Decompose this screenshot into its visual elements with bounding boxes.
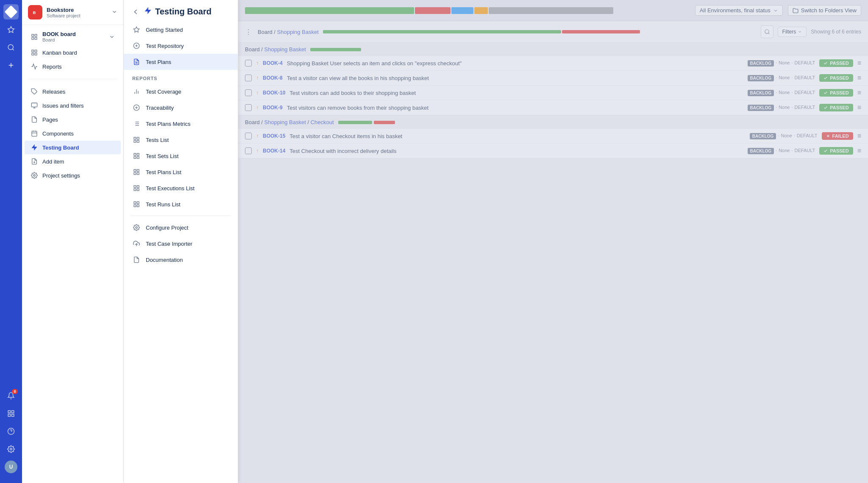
sub-section-header-1: Board / Shopping Basket [238, 43, 868, 56]
svg-rect-21 [35, 53, 37, 55]
section-menu-icon[interactable]: ⋮ [245, 28, 252, 36]
flyout-item-getting-started[interactable]: Getting Started [124, 22, 238, 38]
flyout-back-button[interactable] [131, 8, 140, 16]
sidebar-item-testing-board[interactable]: Testing Board [25, 141, 121, 154]
sidebar-item-reports[interactable]: Reports [25, 60, 121, 73]
project-chevron-icon[interactable] [111, 9, 117, 16]
tag-backlog-book4: BACKLOG [748, 60, 774, 67]
test-checkbox-book8[interactable] [245, 75, 252, 81]
book-board-chevron-icon [109, 34, 115, 40]
row-menu-book10[interactable]: ≡ [857, 89, 861, 97]
sub-section-shopping-basket: Board / Shopping Basket ↑ BOOK-4 Shoppin… [238, 43, 868, 116]
test-checkbox-book9[interactable] [245, 104, 252, 111]
flyout-item-test-executions-list[interactable]: Test Executions List [124, 180, 238, 196]
tag-none-book10: None [779, 90, 790, 96]
sub-checkout-link[interactable]: Checkout [311, 119, 334, 125]
table-row: ↑ BOOK-10 Test visitors can add books to… [238, 86, 868, 100]
settings-icon-button[interactable] [3, 441, 19, 457]
test-plans-list-label: Test Plans List [146, 169, 181, 175]
star-button[interactable] [3, 22, 19, 37]
search-button[interactable] [3, 40, 19, 55]
flyout-item-test-plans-list[interactable]: Test Plans List [124, 164, 238, 180]
svg-rect-64 [137, 172, 139, 175]
row-menu-book8[interactable]: ≡ [857, 74, 861, 82]
test-sets-list-label: Test Sets List [146, 153, 178, 159]
test-checkbox-book14[interactable] [245, 147, 252, 154]
row-menu-book15[interactable]: ≡ [857, 132, 861, 140]
flyout-item-test-plans-metrics[interactable]: Test Plans Metrics [124, 116, 238, 132]
add-button[interactable] [3, 58, 19, 73]
test-id-book10[interactable]: BOOK-10 [263, 90, 285, 96]
traceability-icon [132, 103, 141, 112]
flyout-item-test-sets-list[interactable]: Test Sets List [124, 148, 238, 164]
sidebar-item-components[interactable]: Components [25, 127, 121, 140]
status-badge-book14: PASSED [819, 147, 853, 155]
switch-folders-button[interactable]: Switch to Folders View [788, 5, 861, 16]
svg-rect-65 [134, 186, 136, 188]
flyout-item-test-plans[interactable]: Test Plans [124, 54, 238, 70]
row-menu-book9[interactable]: ≡ [857, 104, 861, 111]
sidebar-item-releases[interactable]: Releases [25, 85, 121, 98]
test-title-book4: Shopping Basket User selects an item and… [287, 60, 743, 67]
test-case-importer-label: Test Case Importer [146, 241, 192, 247]
flyout-item-tests-list[interactable]: Tests List [124, 132, 238, 148]
test-coverage-icon [132, 87, 141, 96]
sidebar-item-kanban-board[interactable]: Kanban board [25, 46, 121, 59]
icon-bar: 8 U [0, 0, 22, 483]
sidebar-item-pages[interactable]: Pages [25, 113, 121, 126]
traceability-label: Traceability [146, 105, 174, 111]
sidebar-main-section: BOOK board Board Kanban board Reports [22, 25, 123, 76]
sub-shopping-basket-link2[interactable]: Shopping Basket [264, 119, 306, 125]
svg-rect-69 [134, 202, 136, 204]
test-repository-icon [132, 42, 141, 50]
flyout-item-configure-project[interactable]: Configure Project [124, 219, 238, 236]
flyout-title: Testing Board [144, 7, 211, 17]
shopping-basket-link[interactable]: Shopping Basket [277, 29, 319, 35]
flyout-item-test-repository[interactable]: Test Repository [124, 38, 238, 54]
test-title-book14: Test Checkout with incorrect delivery de… [289, 148, 743, 154]
flyout-item-test-coverage[interactable]: Test Coverage [124, 83, 238, 100]
sidebar-item-add-item[interactable]: Add item [25, 155, 121, 168]
flyout-item-traceability[interactable]: Traceability [124, 100, 238, 116]
project-icon: B [28, 5, 42, 19]
row-menu-book4[interactable]: ≡ [857, 59, 861, 67]
section-search-button[interactable] [761, 25, 773, 38]
logo-button[interactable] [3, 4, 19, 19]
help-button[interactable] [3, 424, 19, 439]
svg-rect-6 [12, 411, 14, 413]
env-select-dropdown[interactable]: All Environments, final status [695, 5, 783, 16]
test-repository-label: Test Repository [146, 43, 184, 49]
svg-rect-15 [35, 34, 37, 36]
section-filters-button[interactable]: Filters [778, 27, 807, 37]
grid-button[interactable] [3, 406, 19, 421]
test-id-book9[interactable]: BOOK-9 [263, 105, 283, 111]
tag-dot-7: · [776, 105, 777, 111]
test-id-book8[interactable]: BOOK-8 [263, 75, 283, 81]
sidebar-item-book-board[interactable]: BOOK board Board [25, 28, 121, 45]
avatar-button[interactable]: U [3, 459, 19, 475]
flyout-item-documentation[interactable]: Documentation [124, 252, 238, 268]
svg-rect-19 [35, 50, 37, 52]
svg-rect-58 [137, 153, 139, 155]
flyout-item-test-case-importer[interactable]: Test Case Importer [124, 236, 238, 252]
svg-rect-26 [32, 131, 37, 136]
test-runs-list-icon [132, 200, 141, 208]
test-checkbox-book10[interactable] [245, 89, 252, 96]
flyout-item-test-runs-list[interactable]: Test Runs List [124, 196, 238, 212]
releases-label: Releases [42, 89, 65, 95]
sidebar-item-project-settings[interactable]: Project settings [25, 169, 121, 182]
test-checkbox-book15[interactable] [245, 133, 252, 139]
test-id-book14[interactable]: BOOK-14 [263, 148, 285, 154]
progress-seg-blue [451, 7, 473, 14]
testing-board-icon [31, 144, 38, 151]
test-id-book15[interactable]: BOOK-15 [263, 133, 285, 139]
tag-backlog-book8: BACKLOG [748, 75, 774, 81]
test-id-book4[interactable]: BOOK-4 [263, 60, 283, 66]
sub-shopping-basket-link[interactable]: Shopping Basket [264, 46, 306, 53]
test-checkbox-book4[interactable] [245, 60, 252, 67]
svg-point-73 [136, 227, 137, 228]
notifications-button[interactable]: 8 [3, 388, 19, 403]
row-menu-book14[interactable]: ≡ [857, 147, 861, 155]
svg-rect-53 [134, 137, 136, 139]
sidebar-item-issues-filters[interactable]: Issues and filters [25, 99, 121, 112]
